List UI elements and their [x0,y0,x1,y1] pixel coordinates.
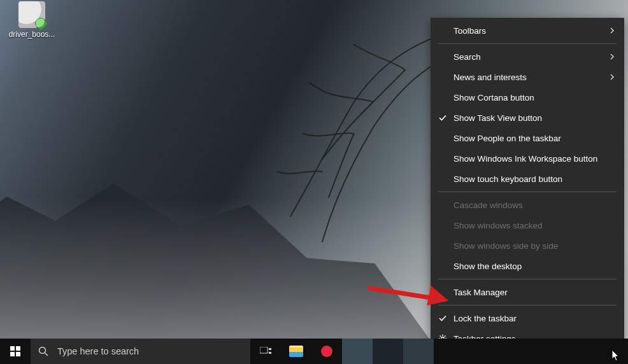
taskbar: Type here to search [0,339,628,364]
menu-item-label: Show People on the taskbar [453,134,561,143]
taskbar-app-opera[interactable] [311,339,342,364]
menu-item-label: Search [453,52,481,62]
taskbar-search[interactable]: Type here to search [31,339,250,364]
menu-item-show-cortana-button[interactable]: Show Cortana button [431,87,624,108]
menu-item-label: Show touch keyboard button [453,174,562,184]
taskbar-context-menu: ToolbarsSearchNews and interestsShow Cor… [431,18,624,351]
search-placeholder: Type here to search [57,346,139,356]
menu-item-show-windows-stacked: Show windows stacked [431,215,624,235]
svg-line-7 [445,336,446,337]
menu-separator [438,43,617,44]
menu-separator [438,279,617,279]
menu-item-news-and-interests[interactable]: News and interests [431,67,624,87]
menu-item-label: Cascade windows [453,200,523,210]
check-icon [436,113,450,122]
menu-item-label: Toolbars [453,26,486,36]
menu-item-show-touch-keyboard-button[interactable]: Show touch keyboard button [431,169,624,189]
file-explorer-icon [289,346,303,357]
chevron-right-icon [609,53,615,60]
menu-item-label: Show Task View button [453,113,542,123]
taskbar-app-unknown-1[interactable] [342,339,373,364]
chevron-right-icon [609,74,615,80]
svg-line-9 [368,278,432,307]
svg-rect-14 [269,348,271,350]
menu-separator [438,305,617,305]
driver-booster-icon [18,1,45,28]
desktop-shortcut-driver-booster[interactable]: driver_boos... [6,1,57,39]
windows-logo-icon [10,346,20,356]
menu-item-label: Task Manager [453,288,508,297]
menu-item-task-manager[interactable]: Task Manager [431,282,624,302]
menu-item-label: Show windows stacked [453,221,543,230]
menu-item-toolbars[interactable]: Toolbars [431,20,624,41]
menu-item-label: Show Windows Ink Workspace button [453,154,597,164]
svg-rect-13 [260,347,268,353]
menu-item-show-task-view-button[interactable]: Show Task View button [431,108,624,128]
taskbar-app-unknown-3[interactable] [403,339,434,364]
chevron-right-icon [609,27,615,34]
task-view-icon [260,347,271,356]
desktop-shortcut-label: driver_boos... [9,30,55,39]
search-icon [38,346,48,356]
svg-line-5 [440,336,441,337]
svg-line-12 [45,353,48,356]
check-icon [436,314,450,323]
menu-item-label: Show windows side by side [453,241,558,251]
menu-item-label: Show the desktop [453,262,522,271]
menu-item-show-windows-ink-workspace-button[interactable]: Show Windows Ink Workspace button [431,148,624,169]
start-button[interactable] [0,339,31,364]
taskbar-app-unknown-2[interactable] [373,339,403,364]
menu-item-label: Show Cortana button [453,93,534,102]
menu-item-show-the-desktop[interactable]: Show the desktop [431,256,624,276]
svg-rect-15 [269,352,271,354]
menu-item-search[interactable]: Search [431,46,624,67]
taskbar-app-file-explorer[interactable] [281,339,311,364]
menu-item-cascade-windows: Cascade windows [431,195,624,215]
opera-icon [321,346,332,357]
menu-item-show-windows-side-by-side: Show windows side by side [431,235,624,256]
menu-item-show-people-on-the-taskbar[interactable]: Show People on the taskbar [431,128,624,148]
svg-point-11 [39,347,46,354]
menu-item-lock-the-taskbar[interactable]: Lock the taskbar [431,308,624,328]
menu-item-label: News and interests [453,73,527,82]
menu-separator [438,192,617,192]
task-view-button[interactable] [250,339,281,364]
menu-item-label: Lock the taskbar [453,314,517,323]
